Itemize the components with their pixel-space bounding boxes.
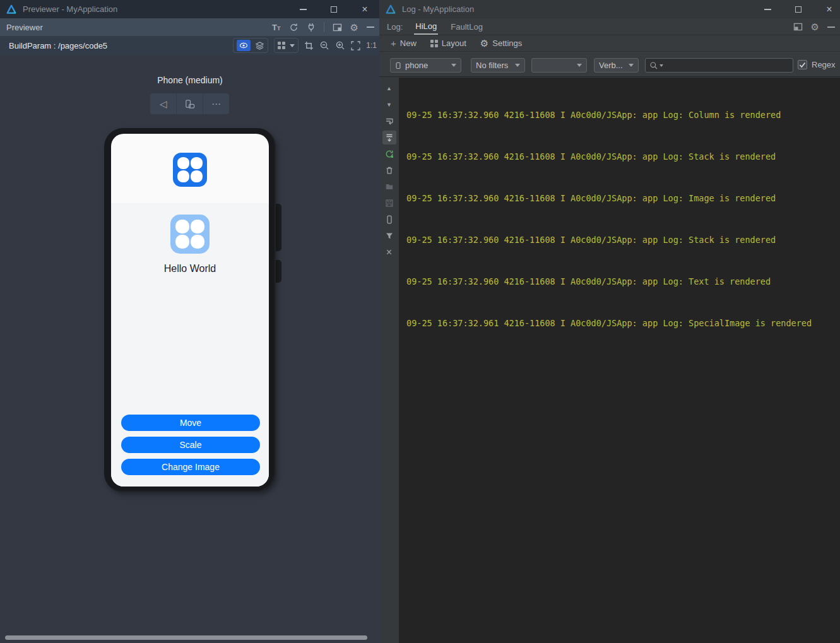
- close-button[interactable]: ×: [358, 3, 372, 16]
- device-label: Phone (medium): [104, 75, 276, 85]
- more-button[interactable]: ⋯: [203, 93, 229, 114]
- rotate-button[interactable]: [176, 93, 203, 114]
- zoom-in-icon[interactable]: [335, 40, 345, 50]
- minimize-button[interactable]: [760, 3, 774, 16]
- inspect-group: [233, 38, 268, 53]
- change-image-button[interactable]: Change Image: [121, 459, 260, 475]
- gear-icon[interactable]: ⚙: [811, 22, 819, 32]
- log-label: Log:: [387, 22, 403, 32]
- device-select[interactable]: phone: [390, 58, 461, 73]
- back-icon: ◁: [160, 98, 167, 110]
- font-size-icon[interactable]: TT: [272, 23, 280, 32]
- log-line: 09-25 16:37:32.960 4216-11608 I A0c0d0/J…: [406, 233, 812, 247]
- gear-icon[interactable]: ⚙: [350, 23, 358, 32]
- move-button[interactable]: Move: [121, 415, 260, 431]
- regex-checkbox[interactable]: [798, 60, 807, 69]
- panel-layout-icon[interactable]: [793, 23, 803, 31]
- log-lines: 09-25 16:37:32.960 4216-11608 I A0c0d0/J…: [406, 80, 812, 358]
- buildparam-label: BuildParam : /pages/code5: [9, 41, 107, 50]
- log-window: Log - MyApplication × Log: HiLog FaultLo…: [379, 0, 840, 643]
- layout-button[interactable]: Layout: [430, 38, 466, 48]
- previewer-titlebar: Previewer - MyApplication ×: [0, 0, 379, 18]
- log-tabrow: Log: HiLog FaultLog ⚙: [379, 18, 840, 35]
- rotate-device-icon: [184, 99, 195, 109]
- deveco-logo-icon: [6, 4, 17, 15]
- previewer-window: Previewer - MyApplication × Previewer TT: [0, 0, 379, 643]
- layers-icon[interactable]: [255, 41, 264, 50]
- inspector-eye-icon[interactable]: [237, 40, 251, 51]
- close-icon[interactable]: ×: [382, 245, 396, 259]
- scroll-down-icon[interactable]: ▼: [382, 98, 396, 112]
- horizontal-scrollbar[interactable]: [5, 635, 367, 640]
- component-mode-group[interactable]: [274, 38, 299, 53]
- log-line: 09-25 16:37:32.960 4216-11608 I A0c0d0/J…: [406, 191, 812, 205]
- new-button[interactable]: + New: [391, 38, 417, 48]
- search-icon: [649, 61, 658, 70]
- hide-panel-icon[interactable]: [367, 27, 374, 28]
- settings-button[interactable]: ⚙ Settings: [480, 38, 522, 48]
- level-select[interactable]: Verb...: [594, 58, 639, 73]
- log-content[interactable]: 09-25 16:37:32.960 4216-11608 I A0c0d0/J…: [399, 78, 840, 643]
- zoom-ratio-label[interactable]: 1:1: [366, 41, 377, 50]
- window-title: Previewer - MyApplication: [23, 4, 117, 14]
- log-line: 09-25 16:37:32.960 4216-11608 I A0c0d0/J…: [406, 108, 812, 122]
- fit-to-screen-icon[interactable]: [351, 41, 360, 50]
- chevron-down-icon: [577, 64, 582, 67]
- chevron-down-icon: [290, 44, 295, 47]
- back-button[interactable]: ◁: [150, 93, 176, 114]
- regex-label: Regex: [812, 60, 836, 69]
- plug-icon[interactable]: [307, 23, 316, 32]
- log-filterrow: phone No filters Verb...: [379, 52, 840, 77]
- app-clover-icon-faded: [170, 215, 210, 254]
- more-icon: ⋯: [211, 98, 221, 110]
- chevron-down-icon: [629, 64, 634, 67]
- maximize-button[interactable]: [791, 3, 805, 16]
- zoom-out-icon[interactable]: [319, 40, 329, 50]
- window-controls: ×: [296, 0, 372, 18]
- folder-icon[interactable]: [382, 180, 396, 194]
- filter-select[interactable]: No filters: [471, 58, 525, 73]
- panel-layout-icon[interactable]: [333, 23, 342, 32]
- chevron-down-icon: [515, 64, 520, 67]
- hello-world-text: Hello World: [111, 263, 269, 274]
- clear-log-icon[interactable]: [382, 163, 396, 177]
- log-actionrow: + New Layout ⚙ Settings: [379, 35, 840, 52]
- tab-faultlog[interactable]: FaultLog: [449, 19, 484, 34]
- phone-icon: [395, 61, 401, 70]
- tab-hilog[interactable]: HiLog: [414, 18, 438, 35]
- close-button[interactable]: ×: [822, 3, 836, 16]
- scale-button[interactable]: Scale: [121, 437, 260, 453]
- empty-select[interactable]: [531, 58, 587, 73]
- app-clover-icon: [173, 153, 207, 187]
- layout-grid-icon: [430, 40, 438, 47]
- log-line: 09-25 16:37:32.960 4216-11608 I A0c0d0/J…: [406, 274, 812, 288]
- scroll-up-icon[interactable]: ▲: [382, 81, 396, 95]
- panel-title: Previewer: [6, 23, 43, 32]
- preview-nav-group: ◁ ⋯: [150, 93, 229, 114]
- filter-icon[interactable]: [382, 229, 396, 243]
- window-controls: ×: [760, 0, 836, 18]
- log-line: 09-25 16:37:32.960 4216-11608 I A0c0d0/J…: [406, 150, 812, 163]
- log-line: 09-25 16:37:32.961 4216-11608 I A0c0d0/J…: [406, 316, 812, 330]
- gear-icon: ⚙: [480, 38, 488, 48]
- crop-frame-icon[interactable]: [304, 41, 314, 50]
- scroll-to-end-icon[interactable]: [382, 131, 396, 145]
- plus-icon: +: [391, 38, 396, 48]
- window-title: Log - MyApplication: [402, 4, 474, 14]
- buildparam-bar: BuildParam : /pages/code5: [0, 36, 379, 55]
- soft-wrap-icon[interactable]: [382, 114, 396, 128]
- rerun-icon[interactable]: [382, 147, 396, 161]
- refresh-icon[interactable]: [289, 23, 299, 32]
- maximize-button[interactable]: [327, 3, 341, 16]
- phone-mockup: Hello World Move Scale Change Image: [104, 128, 276, 492]
- minimize-button[interactable]: [296, 3, 310, 16]
- save-log-icon[interactable]: [382, 196, 396, 210]
- components-icon: [278, 42, 285, 49]
- search-input[interactable]: [645, 58, 793, 73]
- log-gutter: ▲ ▼: [379, 78, 399, 643]
- phone-screen: Hello World Move Scale Change Image: [111, 134, 269, 487]
- divider: [324, 22, 324, 32]
- device-icon[interactable]: [382, 213, 396, 227]
- check-icon: [799, 62, 806, 68]
- hide-panel-icon[interactable]: [827, 27, 835, 28]
